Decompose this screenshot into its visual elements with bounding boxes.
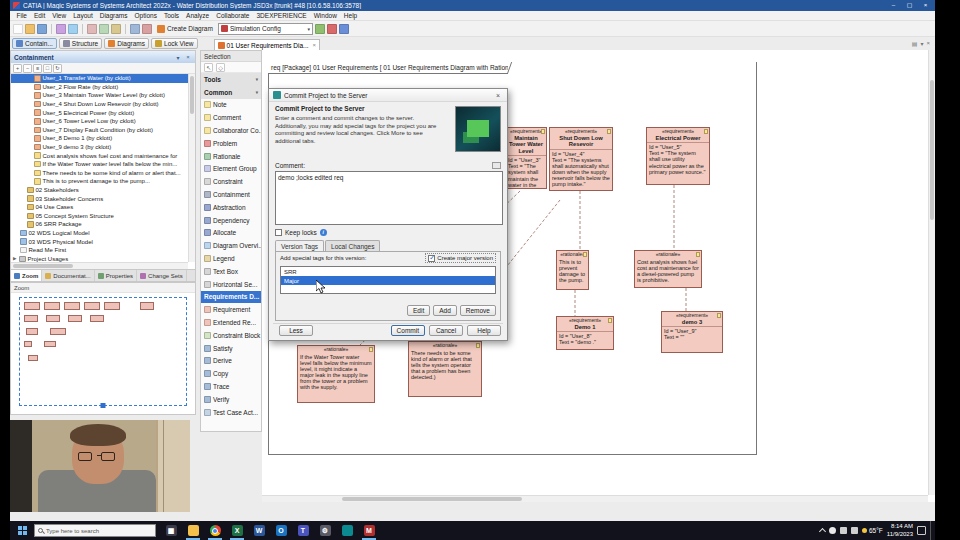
chevron-down-icon[interactable]: ▾ <box>920 40 923 47</box>
refresh-icon[interactable]: ↻ <box>53 64 62 73</box>
toolbar-icon[interactable] <box>68 24 78 34</box>
dock-button-structure[interactable]: Structure <box>59 38 102 49</box>
menu-help[interactable]: Help <box>340 12 360 19</box>
palette-item-verify[interactable]: Verify <box>201 393 261 406</box>
close-button[interactable]: × <box>919 0 932 11</box>
toolbar-icon[interactable] <box>339 24 349 34</box>
volume-icon[interactable] <box>851 527 858 534</box>
tree-item-user-7-display-fault-condition-by-cklott[interactable]: User_7 Display Fault Condition (by cklot… <box>11 126 188 135</box>
canvas-horizontal-scrollbar[interactable] <box>262 495 928 502</box>
tree-item-user-8-demo-1-by-cklott[interactable]: User_8 Demo 1 (by cklott) <box>11 134 188 143</box>
zoom-viewport-rect[interactable] <box>19 297 187 406</box>
tab-local-changes[interactable]: Local Changes <box>325 240 380 251</box>
menu-options[interactable]: Options <box>131 12 160 19</box>
tree-item-user-2-flow-rate-by-cklott[interactable]: User_2 Flow Rate (by cklott) <box>11 83 188 92</box>
version-tag-list[interactable]: SRRMajor <box>280 266 496 294</box>
menu-view[interactable]: View <box>49 12 70 19</box>
palette-item-copy[interactable]: Copy <box>201 367 261 380</box>
toolbar-icon[interactable] <box>25 24 35 34</box>
less-button[interactable]: Less <box>279 325 313 336</box>
weather-widget[interactable]: 65°F <box>862 527 883 534</box>
keep-locks-checkbox[interactable] <box>275 229 282 236</box>
palette-item-constraint[interactable]: Constraint <box>201 175 261 188</box>
comment-options-icon[interactable] <box>492 162 501 169</box>
start-button[interactable] <box>10 521 34 540</box>
minimize-button[interactable]: – <box>887 0 900 11</box>
dialog-titlebar[interactable]: Commit Project to the Server × <box>269 89 507 102</box>
commit-button[interactable]: Commit <box>391 325 425 336</box>
tree-item-03-wds-physical-model[interactable]: 03 WDS Physical Model <box>11 237 188 246</box>
toolbar-icon[interactable] <box>315 24 325 34</box>
palette-item-comment[interactable]: Comment <box>201 111 261 124</box>
menu-collaborate[interactable]: Collaborate <box>213 12 253 19</box>
tree-item-user-3-maintain-tower-water-level-by-cklott[interactable]: User_3 Maintain Tower Water Level (by ck… <box>11 91 188 100</box>
tree-item-user-6-tower-level-low-by-cklott[interactable]: User_6 Tower Level Low (by cklott) <box>11 117 188 126</box>
toolbar-icon[interactable] <box>327 24 337 34</box>
tree-item-cost-analysis-shows-fuel-cost-and-maintenance-for[interactable]: Cost analysis shows fuel cost and mainte… <box>11 151 188 160</box>
cancel-button[interactable]: Cancel <box>429 325 463 336</box>
task-view-icon[interactable]: ▦ <box>160 521 182 540</box>
notification-center-icon[interactable] <box>917 526 926 535</box>
dock-button-diagrams[interactable]: Diagrams <box>104 38 149 49</box>
close-all-icon[interactable]: × <box>926 40 930 47</box>
tree-horizontal-scrollbar[interactable] <box>11 262 188 269</box>
palette-item-dependency[interactable]: Dependency <box>201 214 261 227</box>
menu-tools[interactable]: Tools <box>160 12 182 19</box>
word-icon[interactable]: W <box>248 521 270 540</box>
tree-item-project-usages[interactable]: ▶Project Usages <box>11 254 188 262</box>
tree-item-if-the-water-tower-water-level-falls-below-the-min[interactable]: If the Water Tower water level falls bel… <box>11 160 188 169</box>
diagram-rationale-box[interactable]: «rationale»Cost analysis shows fuel cost… <box>634 250 702 288</box>
palette-item-note[interactable]: Note <box>201 99 261 112</box>
options-icon[interactable]: □ <box>43 64 52 73</box>
toolbar-icon[interactable] <box>37 24 47 34</box>
tool-teal-icon[interactable] <box>336 521 358 540</box>
tree-item-read-me-first[interactable]: Read Me First <box>11 246 188 255</box>
settings-icon[interactable]: ⚙ <box>314 521 336 540</box>
palette-item-extended-re[interactable]: Extended Re... <box>201 316 261 329</box>
document-tab[interactable]: 01 User Requirements Dia... × <box>214 39 321 51</box>
create-diagram-button[interactable]: Create Diagram <box>154 24 216 34</box>
scrollbar-thumb[interactable] <box>13 264 73 268</box>
onedrive-icon[interactable] <box>829 527 836 534</box>
diagram-requirement-box[interactable]: «requirement»Electrical PowerId = "User_… <box>646 127 710 185</box>
zoom-thumbnail[interactable] <box>11 293 195 414</box>
palette-item-containment[interactable]: Containment <box>201 188 261 201</box>
tab-list-icon[interactable]: ▤ <box>912 40 918 47</box>
tree-vertical-scrollbar[interactable] <box>188 74 195 262</box>
file-explorer-icon[interactable] <box>182 521 204 540</box>
menu-file[interactable]: File <box>13 12 30 19</box>
panel-tab-zoom[interactable]: Zoom <box>11 270 42 281</box>
outlook-icon[interactable]: O <box>270 521 292 540</box>
version-tag-srr[interactable]: SRR <box>281 267 495 276</box>
show-desktop-button[interactable] <box>930 521 933 540</box>
menu-analyze[interactable]: Analyze <box>183 12 213 19</box>
comment-input[interactable]: demo ;locks edited req <box>275 171 503 225</box>
menu-diagrams[interactable]: Diagrams <box>96 12 131 19</box>
tray-chevron-icon[interactable] <box>819 528 826 535</box>
dock-button-lock-view[interactable]: Lock View <box>151 38 198 49</box>
menu-3dexperience[interactable]: 3DEXPERIENCE <box>253 12 310 19</box>
tab-close-icon[interactable]: × <box>313 42 317 48</box>
taskbar-search[interactable]: Type here to search <box>34 524 156 537</box>
canvas-vertical-scrollbar[interactable] <box>928 50 935 495</box>
zoom-resize-handle[interactable] <box>101 403 106 408</box>
palette-item-collaborator-co[interactable]: Collaborator Co... <box>201 124 261 137</box>
palette-item-diagram-overvi[interactable]: Diagram Overvi... <box>201 239 261 252</box>
tree-item-04-use-cases[interactable]: 04 Use Cases <box>11 203 188 212</box>
scrollbar-thumb[interactable] <box>342 497 522 501</box>
simulation-config-select[interactable]: Simulation Config ▾ <box>218 23 313 35</box>
diagram-requirement-box[interactable]: «requirement»Demo 1Id = "User_8"Text = "… <box>556 316 614 350</box>
menu-window[interactable]: Window <box>310 12 340 19</box>
create-major-checkbox[interactable] <box>428 255 435 262</box>
dialog-close-icon[interactable]: × <box>493 92 503 99</box>
filter-icon[interactable]: ≡ <box>33 64 42 73</box>
diagram-requirement-box[interactable]: «requirement»Shut Down Low ResevoirId = … <box>549 127 613 191</box>
palette-item-allocate[interactable]: Allocate <box>201 227 261 240</box>
palette-item-element-group[interactable]: Element Group <box>201 163 261 176</box>
tab-version-tags[interactable]: Version Tags <box>275 240 324 251</box>
palette-item-requirement[interactable]: Requirement <box>201 303 261 316</box>
panel-menu-icon[interactable]: ▾ <box>174 54 182 61</box>
tree-item-there-needs-to-be-some-kind-of-alarm-or-alert-that[interactable]: There needs to be some kind of alarm or … <box>11 169 188 178</box>
panel-close-icon[interactable]: × <box>184 54 192 60</box>
remove-button[interactable]: Remove <box>460 305 496 316</box>
